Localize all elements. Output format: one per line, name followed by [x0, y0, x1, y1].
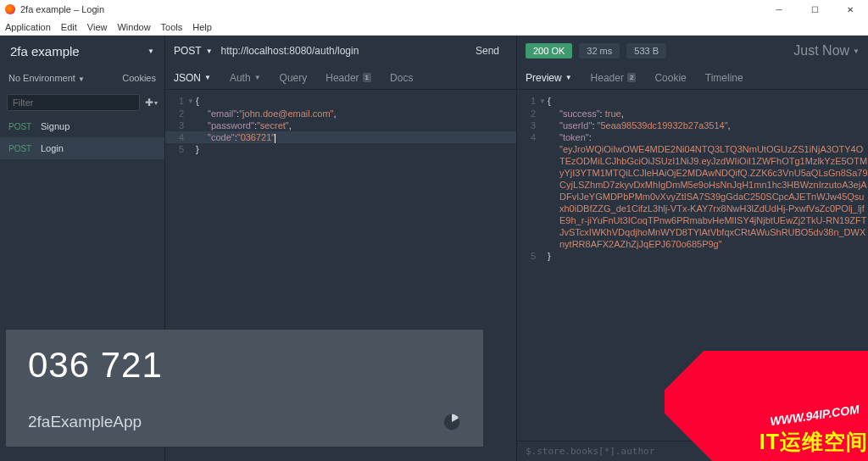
minimize-button[interactable]: ─ — [761, 0, 797, 19]
request-name: Login — [41, 143, 64, 153]
menu-window[interactable]: Window — [117, 22, 150, 32]
tab-query[interactable]: Query — [280, 72, 308, 84]
cookies-button[interactable]: Cookies — [122, 73, 156, 83]
request-item-login[interactable]: POST Login — [0, 137, 164, 159]
add-request-button[interactable]: ✚▾ — [145, 97, 158, 108]
jsonpath-input[interactable]: $.store.books[*].author — [517, 441, 868, 461]
title-bar: 2fa example – Login ─ ☐ ✕ — [0, 0, 868, 19]
menu-help[interactable]: Help — [192, 22, 212, 32]
timer-pie-icon — [442, 413, 461, 431]
totp-code: 036 721 — [28, 345, 461, 386]
history-selector[interactable]: Just Now ▼ — [793, 43, 860, 58]
tab-resp-header[interactable]: Header 2 — [591, 72, 637, 84]
tab-body[interactable]: JSON ▼ — [174, 72, 211, 84]
url-input[interactable]: http://localhost:8080/auth/login — [221, 45, 459, 57]
request-name: Signup — [41, 121, 70, 131]
tab-auth[interactable]: Auth ▼ — [230, 72, 261, 84]
response-body[interactable]: 1▼{ 2"success": true, 3"userId": "5eaa98… — [517, 90, 868, 441]
response-size: 533 B — [626, 43, 666, 58]
text-cursor — [275, 134, 275, 143]
status-code[interactable]: 200 OK — [526, 43, 572, 58]
tab-cookie[interactable]: Cookie — [654, 72, 686, 84]
menu-application[interactable]: Application — [5, 22, 51, 32]
menu-tools[interactable]: Tools — [161, 22, 183, 32]
chevron-down-icon: ▼ — [147, 47, 154, 55]
window-title: 2fa example – Login — [20, 4, 104, 14]
menu-edit[interactable]: Edit — [61, 22, 77, 32]
tab-timeline[interactable]: Timeline — [705, 72, 743, 84]
request-item-signup[interactable]: POST Signup — [0, 115, 164, 137]
workspace-selector[interactable]: 2fa example ▼ — [0, 36, 164, 66]
tab-preview[interactable]: Preview ▼ — [526, 72, 572, 84]
tab-docs[interactable]: Docs — [390, 72, 413, 84]
menu-view[interactable]: View — [87, 22, 108, 32]
workspace-name: 2fa example — [10, 44, 80, 58]
send-button[interactable]: Send — [467, 42, 508, 60]
maximize-button[interactable]: ☐ — [797, 0, 832, 19]
response-pane: 200 OK 32 ms 533 B Just Now ▼ Preview ▼ … — [517, 36, 868, 461]
menu-bar: Application Edit View Window Tools Help — [0, 19, 868, 36]
window-controls: ─ ☐ ✕ — [761, 0, 868, 19]
filter-input[interactable] — [7, 94, 140, 111]
request-method: POST — [8, 122, 32, 131]
method-selector[interactable]: POST ▼ — [174, 45, 213, 57]
response-time: 32 ms — [579, 43, 620, 58]
totp-app-name: 2faExampleApp — [28, 413, 142, 431]
close-button[interactable]: ✕ — [832, 0, 868, 19]
authenticator-overlay: 036 721 2faExampleApp — [6, 330, 483, 447]
request-method: POST — [8, 144, 32, 153]
environment-selector[interactable]: No Environment ▼ — [8, 73, 85, 83]
tab-header[interactable]: Header 1 — [326, 72, 371, 84]
app-icon — [5, 4, 15, 14]
